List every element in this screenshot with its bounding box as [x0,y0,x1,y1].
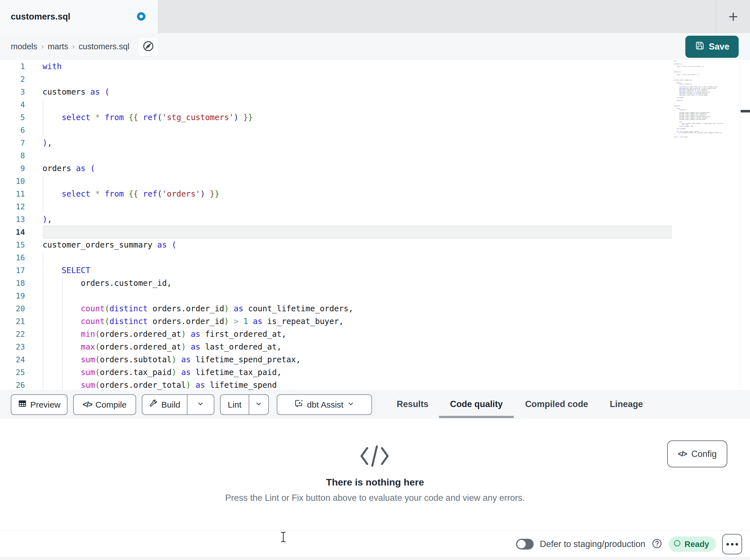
lint-dropdown-button[interactable] [249,395,268,414]
lint-button-label: Lint [228,400,241,410]
ibeam-cursor [280,532,287,544]
save-button[interactable]: Save [685,36,739,58]
code-line[interactable]: sum(orders.order_total) as lifetime_spen… [42,379,277,390]
unsaved-changes-dot-icon [137,12,145,21]
panel-tab-compiled-code[interactable]: Compiled code [525,391,588,419]
table-icon [18,399,27,410]
code-line[interactable]: max(orders.ordered_at) as last_ordered_a… [42,340,281,353]
line-number: 26 [0,379,25,390]
status-badge-ready[interactable]: Ready [669,537,716,552]
code-line[interactable]: min(orders.ordered_at) as first_ordered_… [42,328,287,340]
line-number: 16 [0,251,25,264]
line-number: 1 [0,60,25,73]
navigate-source-button[interactable] [138,37,159,57]
code-line[interactable]: sum(orders.subtotal) as lifetime_spend_p… [42,353,300,366]
code-line[interactable]: SELECT [42,264,91,277]
toolbar-tabs-divider [375,393,375,416]
breadcrumb-separator: › [68,42,79,51]
code-line[interactable]: count(distinct orders.order_id) as count… [42,302,353,315]
config-button-label: Config [691,449,717,459]
sparkle-chat-icon [294,399,304,411]
empty-state-subtitle: Press the Lint or Fix button above to ev… [0,493,750,503]
line-number: 10 [0,175,25,188]
save-button-label: Save [709,42,729,52]
tab-bar-divider [716,0,716,33]
line-number: 25 [0,366,25,379]
panel-tab-results[interactable]: Results [397,391,429,419]
code-editor[interactable]: 1234567891011121314151617181920212223242… [0,60,750,390]
breadcrumb-separator: › [37,42,48,51]
code-line[interactable]: orders as ( [42,162,95,175]
defer-toggle[interactable] [516,539,534,549]
line-number: 21 [0,315,25,328]
help-icon[interactable] [652,538,663,550]
panel-tab-code-quality[interactable]: Code quality [450,391,503,419]
line-number: 13 [0,213,25,226]
config-button[interactable]: </> Config [667,440,727,468]
code-brackets-icon [359,444,391,469]
code-line[interactable]: customers as ( [42,86,110,98]
line-number: 12 [0,200,25,213]
wrench-icon [149,399,158,410]
compass-icon [142,40,154,53]
breadcrumb: models›marts›customers.sql [11,33,129,60]
breadcrumb-item[interactable]: customers.sql [79,42,129,51]
file-tab-customers-sql[interactable]: customers.sql [0,0,158,34]
line-number: 2 [0,73,25,86]
chevron-down-icon [347,400,355,410]
line-number: 15 [0,238,25,251]
chevron-down-icon [197,400,204,410]
editor-minimap[interactable]: with customers as ( select * from {{ ref… [674,61,740,139]
ellipsis-icon [727,543,729,545]
code-line[interactable]: select * from {{ ref('orders') }} [42,188,219,200]
code-icon: </> [82,400,92,409]
breadcrumb-item[interactable]: marts [47,42,68,51]
line-number: 18 [0,277,25,290]
defer-label: Defer to staging/production [540,539,645,549]
compile-button-label: Compile [96,400,127,410]
overview-ruler [740,60,741,390]
status-bar: Defer to staging/production Ready [0,530,750,558]
build-button-label: Build [161,400,180,410]
line-number: 8 [0,149,25,162]
save-icon [695,41,705,53]
code-line[interactable]: orders.customer_id, [42,277,172,290]
ready-badge-label: Ready [685,540,709,549]
new-tab-button[interactable]: + [724,2,743,30]
dbt-assist-button-label: dbt Assist [307,400,343,410]
line-number: 17 [0,264,25,277]
code-line[interactable]: customer_orders_summary as ( [42,238,176,251]
line-number: 23 [0,340,25,353]
window-bottom-strip [0,557,750,560]
line-number: 14 [0,226,25,238]
code-line[interactable]: ), [42,213,52,226]
line-number: 19 [0,290,25,302]
panel-tab-lineage[interactable]: Lineage [610,391,643,419]
active-line-highlight [42,226,672,238]
line-number: 6 [0,124,25,137]
dbt-ide-window: customers.sql + models›marts›customers.s… [0,0,750,560]
breadcrumb-item[interactable]: models [11,42,37,51]
lint-button[interactable]: Lint [221,395,249,414]
code-line[interactable]: select * from {{ ref('stg_customers') }} [42,111,253,124]
code-line[interactable]: ), [42,137,52,149]
code-line[interactable]: with [42,60,61,73]
empty-state-title: There is nothing here [0,477,750,488]
file-header: models›marts›customers.sql Save [0,33,750,60]
tab-bar: customers.sql + [0,0,750,34]
code-icon: </> [678,450,687,458]
build-dropdown-button[interactable] [188,395,214,414]
compile-button[interactable]: </> Compile [73,394,136,415]
line-number: 7 [0,137,25,149]
build-button[interactable]: Build [142,395,187,414]
code-line[interactable]: sum(orders.tax_paid) as lifetime_tax_pai… [42,366,281,379]
dbt-assist-button[interactable]: dbt Assist [277,394,372,415]
toggle-knob [517,540,526,548]
overview-cursor-marker [741,110,750,112]
code-line[interactable]: count(distinct orders.order_id) > 1 as i… [42,315,344,328]
more-options-button[interactable] [722,534,742,554]
preview-button[interactable]: Preview [11,394,67,415]
line-number: 3 [0,86,25,98]
line-number: 24 [0,353,25,366]
line-number: 4 [0,98,25,111]
